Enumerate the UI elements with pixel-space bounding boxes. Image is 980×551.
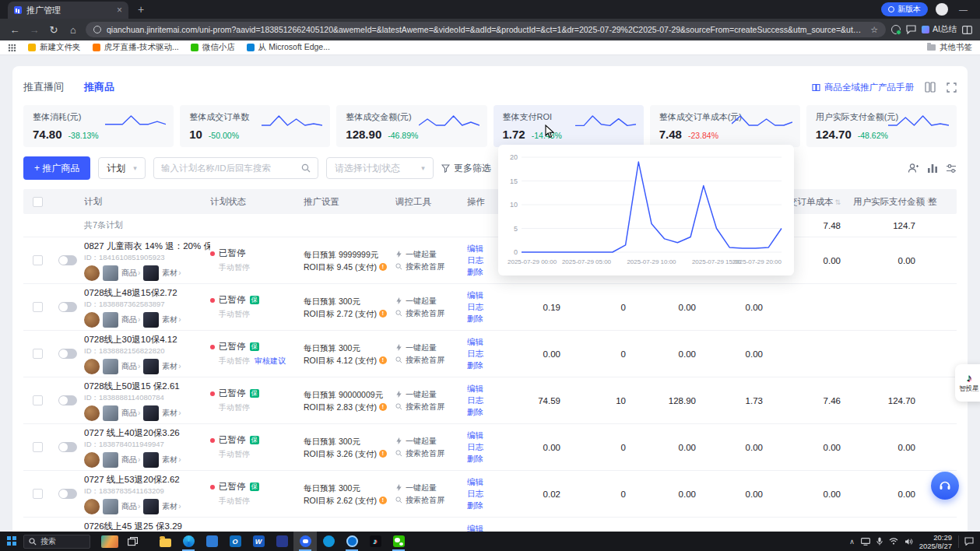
- chat-app-icon[interactable]: [293, 532, 317, 551]
- apps-grid-icon[interactable]: [8, 44, 16, 52]
- select-all-checkbox[interactable]: [33, 197, 43, 207]
- row-checkbox[interactable]: [33, 489, 43, 499]
- warning-icon[interactable]: !: [379, 403, 387, 411]
- store-app-icon[interactable]: [200, 532, 223, 551]
- material-link[interactable]: 素材›: [162, 361, 181, 372]
- warning-icon[interactable]: !: [379, 450, 387, 458]
- browser-app-icon[interactable]: [340, 532, 364, 551]
- metric-card[interactable]: 整体成交订单数 10 -50.00%: [180, 105, 330, 147]
- delete-link[interactable]: 删除: [467, 500, 508, 511]
- zhitouxing-widget[interactable]: ♪ 智投星: [955, 364, 980, 402]
- log-link[interactable]: 日志: [467, 348, 508, 360]
- metric-card[interactable]: 用户实际支付金额(元) 124.70 -48.62%: [806, 105, 957, 147]
- log-link[interactable]: 日志: [467, 395, 508, 406]
- search-grab-screen-link[interactable]: 搜索抢首屏: [406, 307, 444, 320]
- tab-product[interactable]: 推商品: [84, 80, 114, 94]
- log-link[interactable]: 日志: [467, 441, 508, 453]
- notification-center-icon[interactable]: [958, 535, 974, 548]
- bookmark-item[interactable]: 虎牙直播-技术驱动...: [93, 42, 179, 53]
- warning-icon[interactable]: !: [379, 356, 387, 364]
- one-key-boost-link[interactable]: 一键起量: [406, 482, 437, 494]
- wifi-icon[interactable]: [889, 538, 898, 545]
- log-link[interactable]: 日志: [467, 301, 508, 313]
- status-filter-select[interactable]: 请选择计划状态▾: [326, 157, 434, 179]
- material-link[interactable]: 素材›: [162, 454, 181, 465]
- search-icon[interactable]: [301, 163, 311, 173]
- taskbar-search[interactable]: 搜索: [23, 535, 90, 549]
- bookmark-item[interactable]: 从 Microsoft Edge...: [247, 42, 330, 53]
- material-link[interactable]: 素材›: [162, 408, 181, 419]
- split-screen-icon[interactable]: [962, 26, 972, 34]
- one-key-boost-link[interactable]: 一键起量: [406, 248, 437, 261]
- tray-expand-icon[interactable]: ∧: [849, 538, 855, 546]
- plan-search-input[interactable]: [161, 163, 297, 173]
- product-manual-link[interactable]: 商品全域推广产品手册: [812, 82, 914, 93]
- edit-link[interactable]: 编辑: [467, 476, 508, 488]
- file-explorer-icon[interactable]: [153, 532, 177, 551]
- plan-title[interactable]: 0728线上48退15保2.72: [84, 287, 210, 299]
- home-icon[interactable]: ⌂: [66, 24, 80, 36]
- plan-title[interactable]: 0727 线上40退20保3.26: [84, 427, 210, 439]
- delete-link[interactable]: 删除: [467, 406, 508, 418]
- row-checkbox[interactable]: [33, 349, 43, 359]
- new-tab-button[interactable]: +: [138, 3, 144, 16]
- product-link[interactable]: 商品›: [121, 501, 140, 512]
- product-link[interactable]: 商品›: [121, 314, 140, 325]
- row-toggle[interactable]: [58, 349, 77, 359]
- product-link[interactable]: 商品›: [121, 454, 140, 465]
- product-link[interactable]: 商品›: [121, 408, 140, 419]
- tab-live-room[interactable]: 推直播间: [23, 80, 64, 94]
- new-version-badge[interactable]: 新版本: [881, 2, 928, 16]
- one-key-boost-link[interactable]: 一键起量: [406, 295, 437, 307]
- window-minimize-icon[interactable]: —: [956, 5, 971, 14]
- word-icon[interactable]: [247, 532, 270, 551]
- forward-icon[interactable]: →: [27, 24, 41, 36]
- product-link[interactable]: 商品›: [121, 268, 140, 279]
- plan-title[interactable]: 0827 儿童雨衣 14% 退：20% 保：9.92: [84, 240, 210, 252]
- start-button[interactable]: [0, 532, 23, 551]
- delete-link[interactable]: 删除: [467, 453, 508, 465]
- edge-browser-icon[interactable]: [177, 532, 200, 551]
- add-product-button[interactable]: + 推广商品: [23, 156, 90, 180]
- outlook-icon[interactable]: [223, 532, 247, 551]
- search-grab-screen-link[interactable]: 搜索抢首屏: [406, 261, 444, 273]
- extension-icon[interactable]: [891, 25, 901, 34]
- bookmark-star-icon[interactable]: ☆: [870, 25, 878, 35]
- row-checkbox[interactable]: [33, 255, 43, 265]
- plan-title[interactable]: 0727 线上53退20保2.62: [84, 474, 210, 486]
- material-link[interactable]: 素材›: [162, 268, 181, 279]
- volume-icon[interactable]: [904, 538, 913, 546]
- one-key-boost-link[interactable]: 一键起量: [406, 435, 437, 447]
- fullscreen-icon[interactable]: [947, 82, 957, 93]
- bookmark-item[interactable]: 新建文件夹: [28, 42, 81, 53]
- edit-link[interactable]: 编辑: [467, 290, 508, 301]
- chat-icon[interactable]: [906, 25, 916, 34]
- edit-link[interactable]: 编辑: [467, 523, 508, 532]
- help-fab-button[interactable]: [931, 472, 959, 500]
- plan-filter-select[interactable]: 计划▾: [98, 157, 146, 179]
- plan-title[interactable]: 0726线上45 退25 保3.29: [84, 521, 210, 532]
- plan-title[interactable]: 0728线上30退10保4.12: [84, 334, 210, 346]
- warning-icon[interactable]: !: [379, 263, 387, 271]
- warning-icon[interactable]: !: [379, 310, 387, 318]
- ai-summary-button[interactable]: AI总结: [922, 24, 957, 35]
- header-user-paid[interactable]: 用户实际支付金额⇅: [853, 196, 928, 208]
- metric-card[interactable]: 整体消耗(元) 74.80 -38.13%: [23, 105, 174, 147]
- material-link[interactable]: 素材›: [162, 501, 181, 512]
- search-grab-screen-link[interactable]: 搜索抢首屏: [406, 447, 444, 460]
- delete-link[interactable]: 删除: [467, 313, 508, 325]
- plan-title[interactable]: 0728线上50退15 保2.61: [84, 381, 210, 392]
- material-link[interactable]: 素材›: [162, 314, 181, 325]
- widgets-thumbnail[interactable]: [101, 535, 118, 548]
- browser-profile-avatar[interactable]: [936, 3, 948, 16]
- address-bar[interactable]: qianchuan.jinritemai.com/uni-prom?aavid=…: [86, 22, 886, 37]
- log-link[interactable]: 日志: [467, 488, 508, 500]
- one-key-boost-link[interactable]: 一键起量: [406, 342, 437, 354]
- warning-icon[interactable]: !: [379, 497, 387, 504]
- monitor-icon[interactable]: [861, 538, 870, 546]
- other-bookmarks-button[interactable]: 其他书签: [927, 42, 972, 53]
- row-toggle[interactable]: [58, 489, 77, 499]
- mic-icon[interactable]: [876, 537, 883, 546]
- column-chart-icon[interactable]: [927, 163, 938, 174]
- clock[interactable]: 20:29 2025/8/27: [919, 533, 952, 550]
